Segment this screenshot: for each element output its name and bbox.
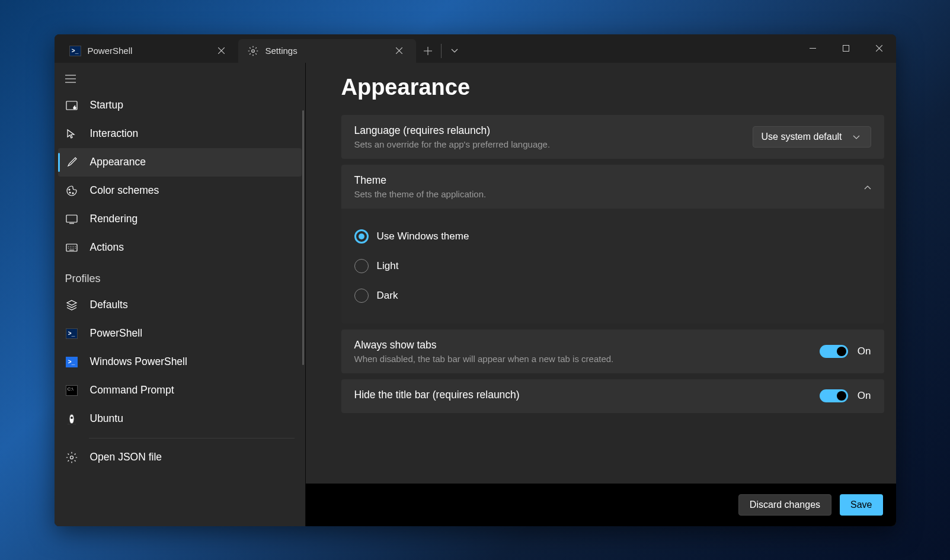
radio-icon: [354, 229, 369, 244]
nav-label: Defaults: [90, 299, 128, 311]
tab-label: PowerShell: [88, 46, 133, 56]
new-tab-button[interactable]: [416, 39, 440, 63]
gear-icon: [247, 44, 260, 57]
theme-option-light[interactable]: Light: [354, 251, 871, 281]
toggle-state-label: On: [858, 345, 871, 357]
sidebar-item-defaults[interactable]: Defaults: [55, 291, 305, 319]
maximize-button[interactable]: [830, 34, 863, 63]
command-prompt-icon: C:\: [65, 384, 78, 397]
brush-icon: [65, 156, 78, 169]
always-show-tabs-toggle[interactable]: [820, 345, 848, 358]
close-tab-button[interactable]: [213, 43, 230, 59]
svg-point-6: [72, 193, 73, 194]
tab-powershell[interactable]: >_ PowerShell: [60, 39, 238, 63]
radio-label: Light: [377, 260, 399, 272]
nav-label: Ubuntu: [90, 412, 123, 425]
setting-description: Sets the theme of the application.: [354, 189, 855, 199]
setting-title: Theme: [354, 174, 855, 187]
tab-settings[interactable]: Settings: [238, 39, 416, 63]
setting-language: Language (requires relaunch) Sets an ove…: [341, 115, 884, 159]
close-window-button[interactable]: [863, 34, 896, 63]
svg-point-10: [71, 417, 73, 419]
keyboard-icon: [65, 241, 78, 254]
setting-always-show-tabs: Always show tabs When disabled, the tab …: [341, 329, 884, 373]
nav-label: Actions: [90, 241, 124, 254]
toggle-container: On: [820, 389, 871, 402]
setting-text: Theme Sets the theme of the application.: [354, 174, 855, 199]
setting-theme-header[interactable]: Theme Sets the theme of the application.: [341, 165, 884, 209]
minimize-button[interactable]: [797, 34, 830, 63]
toggle-state-label: On: [858, 390, 871, 402]
page-title: Appearance: [341, 75, 884, 100]
sidebar-item-open-json[interactable]: Open JSON file: [55, 443, 305, 472]
svg-point-5: [69, 192, 71, 193]
tabs-container: >_ PowerShell Settings: [55, 34, 797, 63]
close-tab-button[interactable]: [391, 43, 408, 59]
ubuntu-icon: [65, 412, 78, 425]
theme-option-windows[interactable]: Use Windows theme: [354, 222, 871, 251]
cursor-icon: [65, 127, 78, 140]
chevron-up-icon: [864, 181, 871, 192]
nav-label: Appearance: [90, 156, 146, 168]
windows-powershell-icon: >_: [65, 356, 78, 369]
plus-icon: [424, 47, 432, 55]
tab-label: Settings: [266, 46, 298, 56]
setting-title: Always show tabs: [354, 339, 810, 351]
nav-label: Windows PowerShell: [90, 356, 187, 368]
setting-text: Language (requires relaunch) Sets an ove…: [354, 124, 743, 149]
language-dropdown[interactable]: Use system default: [753, 126, 871, 148]
chevron-down-icon: [853, 132, 860, 142]
sidebar-item-command-prompt[interactable]: C:\ Command Prompt: [55, 376, 305, 405]
palette-icon: [65, 184, 78, 197]
app-body: Startup Interaction Appearance: [55, 63, 896, 526]
main-scroll-area: Appearance Language (requires relaunch) …: [306, 63, 896, 484]
setting-text: Hide the title bar (requires relaunch): [354, 389, 810, 404]
powershell-icon: >_: [69, 44, 82, 57]
sidebar-item-ubuntu[interactable]: Ubuntu: [55, 405, 305, 433]
nav-label: Rendering: [90, 213, 138, 225]
svg-point-11: [70, 456, 73, 459]
title-bar: >_ PowerShell Settings: [55, 34, 896, 63]
theme-option-dark[interactable]: Dark: [354, 281, 871, 311]
hide-title-bar-toggle[interactable]: [820, 389, 848, 402]
hamburger-icon: [65, 75, 76, 83]
svg-point-3: [73, 107, 76, 109]
sidebar-item-appearance[interactable]: Appearance: [58, 148, 302, 177]
setting-title: Hide the title bar (requires relaunch): [354, 389, 810, 401]
setting-description: Sets an override for the app's preferred…: [354, 139, 743, 149]
sidebar-separator: [89, 438, 295, 439]
hamburger-button[interactable]: [55, 69, 305, 91]
save-button[interactable]: Save: [840, 494, 882, 516]
tab-divider: [441, 44, 442, 58]
dropdown-value: Use system default: [762, 132, 842, 142]
sidebar-item-color-schemes[interactable]: Color schemes: [55, 177, 305, 205]
maximize-icon: [843, 45, 849, 52]
svg-rect-1: [843, 46, 849, 52]
tab-dropdown-button[interactable]: [443, 39, 466, 63]
terminal-settings-window: >_ PowerShell Settings: [55, 34, 896, 526]
nav-label: Open JSON file: [90, 451, 162, 463]
sidebar-item-powershell[interactable]: >_ PowerShell: [55, 319, 305, 348]
sidebar-item-interaction[interactable]: Interaction: [55, 120, 305, 148]
radio-icon: [354, 289, 369, 303]
nav-label: Color schemes: [90, 184, 159, 197]
sidebar-item-windows-powershell[interactable]: >_ Windows PowerShell: [55, 348, 305, 376]
setting-hide-title-bar: Hide the title bar (requires relaunch) O…: [341, 379, 884, 413]
nav-label: Interaction: [90, 127, 139, 140]
sidebar: Startup Interaction Appearance: [55, 63, 306, 526]
svg-point-0: [251, 49, 254, 52]
nav-label: PowerShell: [90, 327, 143, 340]
theme-options-panel: Use Windows theme Light Dark: [341, 209, 884, 324]
minimize-icon: [810, 45, 816, 52]
sidebar-item-startup[interactable]: Startup: [55, 91, 305, 120]
setting-text: Always show tabs When disabled, the tab …: [354, 339, 810, 364]
gear-icon: [65, 451, 78, 464]
radio-icon: [354, 259, 369, 273]
discard-changes-button[interactable]: Discard changes: [738, 494, 831, 516]
sidebar-item-rendering[interactable]: Rendering: [55, 205, 305, 233]
powershell-icon: >_: [65, 327, 78, 340]
nav-label: Startup: [90, 99, 123, 111]
setting-title: Language (requires relaunch): [354, 124, 743, 137]
radio-label: Dark: [377, 290, 398, 302]
sidebar-item-actions[interactable]: Actions: [55, 233, 305, 262]
